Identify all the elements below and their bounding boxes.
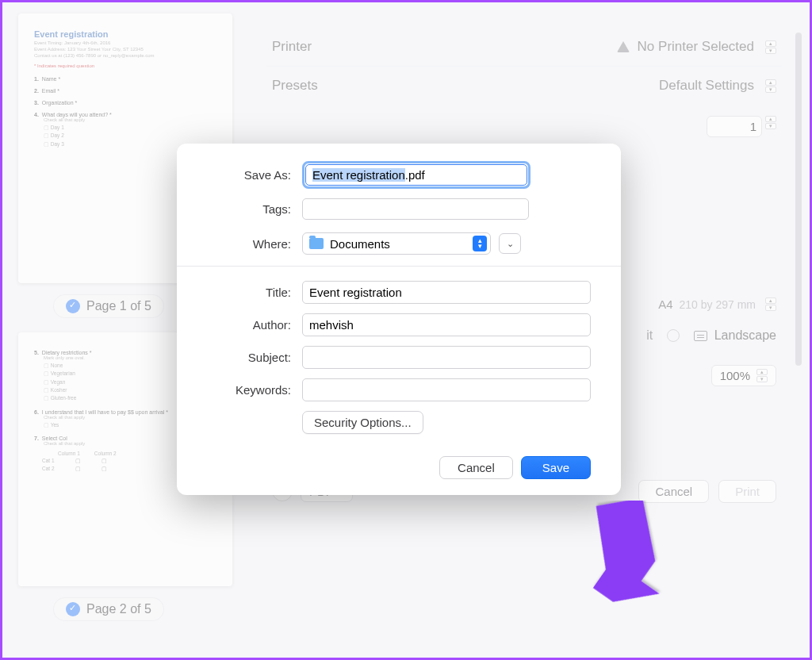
cancel-button[interactable]: Cancel [439, 456, 513, 479]
save-as-field[interactable]: Event registration.pdf [305, 164, 527, 186]
where-label: Where: [207, 237, 291, 251]
subject-label: Subject: [207, 351, 291, 364]
folder-icon [309, 238, 324, 249]
where-select[interactable]: Documents ▴▾ [302, 232, 491, 255]
save-dialog: Save As: Event registration.pdf Tags: Wh… [177, 144, 621, 495]
chevron-down-icon: ⌄ [507, 239, 514, 249]
save-as-field-focus: Event registration.pdf [302, 161, 530, 189]
tags-field[interactable] [302, 198, 529, 220]
title-field[interactable] [302, 281, 591, 304]
subject-field[interactable] [302, 346, 591, 369]
save-button[interactable]: Save [521, 456, 591, 479]
expand-button[interactable]: ⌄ [499, 233, 521, 254]
divider [177, 266, 621, 267]
svg-marker-0 [573, 501, 684, 612]
security-options-button[interactable]: Security Options... [302, 411, 423, 434]
author-label: Author: [207, 318, 291, 332]
where-value: Documents [330, 237, 390, 251]
author-field[interactable] [302, 313, 591, 336]
keywords-field[interactable] [302, 378, 591, 401]
up-down-icon: ▴▾ [473, 236, 487, 251]
tags-label: Tags: [207, 202, 291, 216]
annotation-arrow-icon [573, 501, 684, 612]
keywords-label: Keywords: [207, 383, 291, 397]
save-as-label: Save As: [207, 168, 291, 182]
save-as-selection: Event registration [312, 168, 405, 182]
title-label: Title: [207, 286, 291, 299]
